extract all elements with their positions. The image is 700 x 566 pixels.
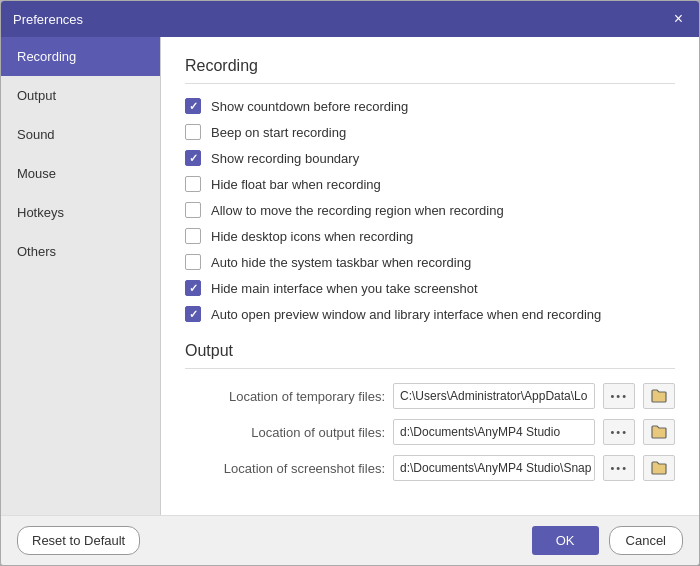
title-bar: Preferences × [1, 1, 699, 37]
checkbox-row-boundary: Show recording boundary [185, 150, 675, 166]
folder-button-temp[interactable] [643, 383, 675, 409]
checkbox-row-beep: Beep on start recording [185, 124, 675, 140]
folder-button-outputfiles[interactable] [643, 419, 675, 445]
footer: Reset to Default OK Cancel [1, 515, 699, 565]
checkbox-label-hideicons: Hide desktop icons when recording [211, 229, 413, 244]
checkbox-label-maininterface: Hide main interface when you take screen… [211, 281, 478, 296]
folder-button-screenshot[interactable] [643, 455, 675, 481]
checkboxes-container: Show countdown before recordingBeep on s… [185, 98, 675, 322]
checkbox-autoopen[interactable] [185, 306, 201, 322]
sidebar-item-recording[interactable]: Recording [1, 37, 160, 76]
sidebar-item-mouse[interactable]: Mouse [1, 154, 160, 193]
checkbox-moveregion[interactable] [185, 202, 201, 218]
checkbox-row-taskbar: Auto hide the system taskbar when record… [185, 254, 675, 270]
footer-buttons: OK Cancel [532, 526, 683, 555]
output-section-title: Output [185, 342, 675, 369]
main-panel: Recording Show countdown before recordin… [161, 37, 699, 515]
checkbox-beep[interactable] [185, 124, 201, 140]
checkbox-hideicons[interactable] [185, 228, 201, 244]
checkbox-row-maininterface: Hide main interface when you take screen… [185, 280, 675, 296]
checkbox-label-moveregion: Allow to move the recording region when … [211, 203, 504, 218]
output-rows-container: Location of temporary files:C:\Users\Adm… [185, 383, 675, 481]
recording-section-title: Recording [185, 57, 675, 84]
output-row-outputfiles: Location of output files:d:\Documents\An… [185, 419, 675, 445]
checkbox-label-countdown: Show countdown before recording [211, 99, 408, 114]
checkbox-label-autoopen: Auto open preview window and library int… [211, 307, 601, 322]
dots-button-outputfiles[interactable]: ••• [603, 419, 635, 445]
output-label-temp: Location of temporary files: [185, 389, 385, 404]
content-area: RecordingOutputSoundMouseHotkeysOthers R… [1, 37, 699, 515]
checkbox-taskbar[interactable] [185, 254, 201, 270]
preferences-dialog: Preferences × RecordingOutputSoundMouseH… [0, 0, 700, 566]
checkbox-row-floatbar: Hide float bar when recording [185, 176, 675, 192]
output-input-temp[interactable]: C:\Users\Administrator\AppData\Lo [393, 383, 595, 409]
checkbox-maininterface[interactable] [185, 280, 201, 296]
dots-button-screenshot[interactable]: ••• [603, 455, 635, 481]
sidebar-item-sound[interactable]: Sound [1, 115, 160, 154]
output-label-outputfiles: Location of output files: [185, 425, 385, 440]
checkbox-boundary[interactable] [185, 150, 201, 166]
checkbox-row-countdown: Show countdown before recording [185, 98, 675, 114]
checkbox-label-boundary: Show recording boundary [211, 151, 359, 166]
dialog-title: Preferences [13, 12, 83, 27]
checkbox-row-moveregion: Allow to move the recording region when … [185, 202, 675, 218]
cancel-button[interactable]: Cancel [609, 526, 683, 555]
output-label-screenshot: Location of screenshot files: [185, 461, 385, 476]
close-button[interactable]: × [670, 9, 687, 29]
checkbox-label-taskbar: Auto hide the system taskbar when record… [211, 255, 471, 270]
output-row-temp: Location of temporary files:C:\Users\Adm… [185, 383, 675, 409]
checkbox-countdown[interactable] [185, 98, 201, 114]
checkbox-label-floatbar: Hide float bar when recording [211, 177, 381, 192]
checkbox-label-beep: Beep on start recording [211, 125, 346, 140]
output-input-outputfiles[interactable]: d:\Documents\AnyMP4 Studio [393, 419, 595, 445]
sidebar-item-others[interactable]: Others [1, 232, 160, 271]
sidebar: RecordingOutputSoundMouseHotkeysOthers [1, 37, 161, 515]
checkbox-row-hideicons: Hide desktop icons when recording [185, 228, 675, 244]
dots-button-temp[interactable]: ••• [603, 383, 635, 409]
output-row-screenshot: Location of screenshot files:d:\Document… [185, 455, 675, 481]
reset-button[interactable]: Reset to Default [17, 526, 140, 555]
checkbox-row-autoopen: Auto open preview window and library int… [185, 306, 675, 322]
output-section: Output Location of temporary files:C:\Us… [185, 342, 675, 481]
output-input-screenshot[interactable]: d:\Documents\AnyMP4 Studio\Snap [393, 455, 595, 481]
sidebar-item-hotkeys[interactable]: Hotkeys [1, 193, 160, 232]
ok-button[interactable]: OK [532, 526, 599, 555]
sidebar-item-output[interactable]: Output [1, 76, 160, 115]
checkbox-floatbar[interactable] [185, 176, 201, 192]
